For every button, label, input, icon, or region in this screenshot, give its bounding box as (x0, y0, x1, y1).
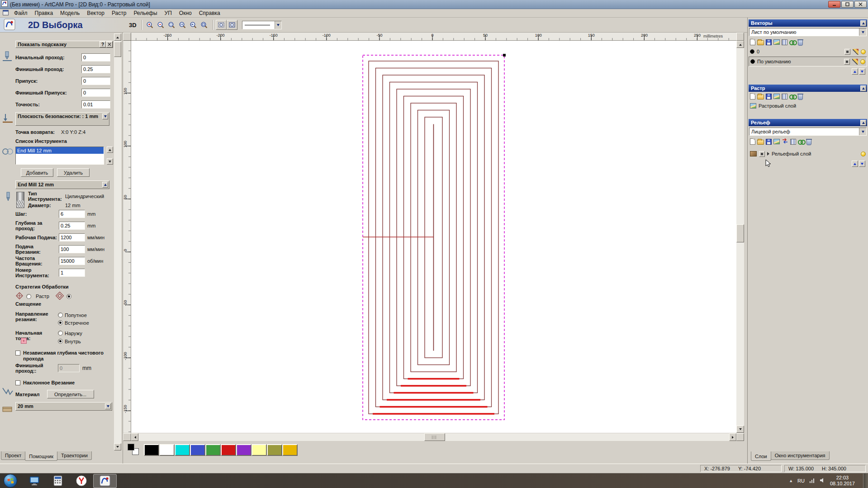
menu-edit[interactable]: Правка (31, 9, 57, 17)
collapse-button[interactable] (860, 20, 866, 26)
relief-layer-row[interactable]: Рельефный слой (749, 149, 867, 159)
vector-layer-row[interactable]: 0 (749, 47, 867, 57)
stepdown-input[interactable] (59, 222, 85, 230)
bitmap-image-icon[interactable] (773, 94, 780, 99)
new-relief-icon[interactable] (750, 138, 755, 145)
conventional-radio[interactable] (58, 320, 63, 325)
feed-rate-input[interactable] (59, 233, 85, 242)
menu-reliefs[interactable]: Рельефы (130, 9, 161, 17)
relief-section-header[interactable]: Рельеф (749, 119, 867, 126)
relief-combo[interactable]: Лицевой рельеф (749, 128, 867, 136)
canvas-hscrollbar[interactable] (131, 433, 736, 441)
outside-radio[interactable] (58, 331, 63, 336)
raster-strategy-radio[interactable] (26, 294, 31, 299)
minimize-button[interactable] (828, 1, 840, 8)
merge-layers-icon[interactable] (782, 39, 787, 45)
vectors-section-header[interactable]: Векторы (749, 19, 867, 27)
show-desktop-button[interactable] (863, 474, 868, 488)
bitmap-delete-icon[interactable] (798, 94, 803, 100)
hscrollbar-thumb[interactable] (424, 433, 445, 441)
zoom-in-button[interactable] (145, 19, 156, 30)
collapse-button[interactable] (105, 403, 111, 409)
import-icon[interactable] (773, 39, 780, 45)
taskbar-calculator-button[interactable] (46, 474, 70, 488)
assistant-scrollbar[interactable] (114, 33, 121, 450)
palette-swatch-9[interactable] (282, 444, 298, 456)
taskbar-clock[interactable]: 22:03 08.10.2017 (830, 475, 855, 487)
tool-number-input[interactable] (59, 269, 85, 277)
bitmap-section-header[interactable]: Растр (749, 85, 867, 92)
relief-mode-icon[interactable] (759, 151, 765, 157)
tab-layers[interactable]: Слои (751, 451, 771, 461)
layer-name[interactable]: По умолчанию (757, 59, 842, 64)
ruler-end-box[interactable] (736, 33, 744, 41)
new-bitmap-icon[interactable] (750, 93, 755, 99)
palette-swatch-1[interactable] (159, 444, 175, 456)
scrollbar-thumb[interactable] (114, 42, 121, 57)
fg-bg-color-indicator[interactable] (127, 444, 142, 456)
scroll-up-icon[interactable] (114, 33, 121, 41)
collapse-button[interactable] (102, 114, 108, 119)
combo-arrow-icon[interactable] (275, 21, 281, 29)
palette-swatch-3[interactable] (190, 444, 205, 456)
zoom-window-button[interactable] (166, 19, 177, 30)
layer-name[interactable]: 0 (757, 49, 842, 54)
layer-down-button[interactable] (859, 161, 865, 167)
bitmap-layer-name[interactable]: Растровый слой (759, 103, 866, 109)
tool-listbox[interactable]: End Mill 12 mm (15, 147, 104, 165)
layer-color-icon[interactable] (750, 59, 755, 64)
language-indicator[interactable]: RU (797, 478, 805, 483)
tool-section-header[interactable]: End Mill 12 mm (15, 180, 109, 189)
tolerance-input[interactable] (81, 100, 110, 109)
relief-layer-name[interactable]: Рельефный слой (772, 151, 859, 156)
taskbar-browser-button[interactable] (70, 474, 93, 488)
zoom-previous-button[interactable] (188, 19, 199, 30)
help-button[interactable]: ? (100, 41, 106, 47)
ramp-checkbox[interactable] (15, 380, 20, 385)
open-layer-icon[interactable] (757, 40, 764, 45)
relief-link-icon[interactable] (798, 139, 805, 144)
layer-visibility-icon[interactable] (860, 59, 865, 64)
layer-up-button[interactable] (852, 68, 858, 75)
menu-vector[interactable]: Вектор (83, 9, 108, 17)
menu-bitmap[interactable]: Растр (108, 9, 130, 17)
view-3d-button[interactable]: 3D (127, 21, 139, 29)
taskbar-explorer-button[interactable] (23, 474, 46, 488)
relief-transfer-icon[interactable] (782, 138, 788, 145)
save-layer-icon[interactable] (766, 39, 772, 45)
tab-toolpaths[interactable]: Траектории (57, 451, 92, 460)
tool-up-button[interactable] (107, 147, 113, 153)
bitmap-link-icon[interactable] (789, 94, 796, 99)
layer-edit-icon[interactable] (853, 49, 859, 55)
layer-up-button[interactable] (852, 161, 858, 167)
volume-icon[interactable] (820, 478, 825, 484)
palette-swatch-4[interactable] (205, 444, 221, 456)
offset-strategy-radio[interactable] (66, 294, 71, 299)
layer-snap-icon[interactable] (844, 59, 850, 65)
drawing-canvas[interactable] (131, 41, 736, 433)
layer-down-button[interactable] (859, 68, 865, 75)
relief-image-icon[interactable] (773, 139, 780, 144)
scroll-up-icon[interactable] (736, 41, 744, 48)
menu-help[interactable]: Справка (195, 9, 224, 17)
tool-list-selected-item[interactable]: End Mill 12 mm (16, 147, 104, 154)
stepover-input[interactable] (59, 210, 85, 218)
palette-swatch-6[interactable] (236, 444, 251, 456)
start-depth-input[interactable] (81, 53, 110, 62)
palette-swatch-0[interactable] (144, 444, 159, 456)
delete-layer-icon[interactable] (798, 40, 803, 46)
material-thickness-header[interactable]: 20 mm (15, 402, 112, 411)
menu-window[interactable]: Окно (175, 9, 195, 17)
menu-file[interactable]: Файл (10, 9, 31, 17)
inside-radio[interactable] (58, 339, 63, 344)
layer-edit-icon[interactable] (852, 59, 858, 65)
show-hint-bar[interactable]: Показать подсказку ? (15, 41, 113, 48)
add-tool-button[interactable]: Добавить (21, 168, 53, 177)
layer-snap-icon[interactable] (844, 49, 850, 55)
independent-depth-checkbox[interactable] (15, 351, 20, 355)
menu-toolpaths[interactable]: УП (161, 9, 175, 17)
vector-layer-row-selected[interactable]: По умолчанию (749, 57, 867, 66)
finish-pass-input[interactable] (58, 364, 80, 372)
allowance-input[interactable] (81, 77, 110, 85)
scroll-left-icon[interactable] (131, 433, 138, 441)
